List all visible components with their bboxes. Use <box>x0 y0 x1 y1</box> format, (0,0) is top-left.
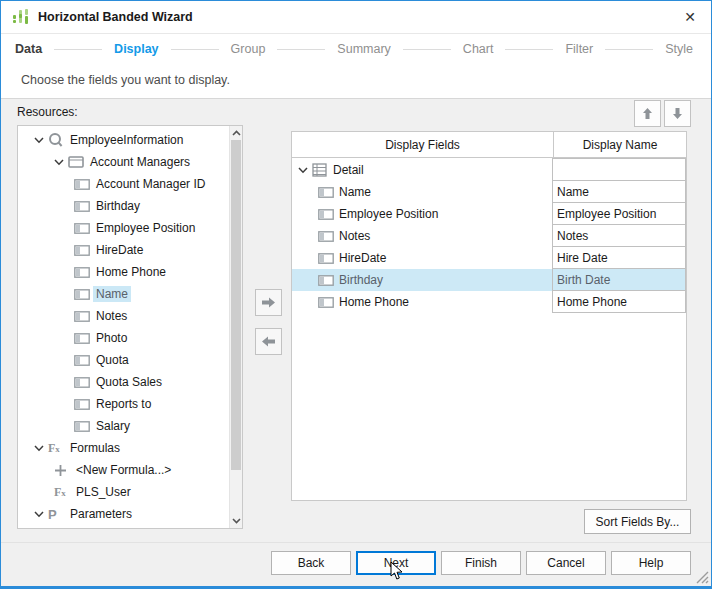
tree-item[interactable]: Birthday <box>18 195 229 217</box>
sort-fields-by-button[interactable]: Sort Fields By... <box>584 509 691 534</box>
tree-item-label: Home Phone <box>93 264 169 280</box>
display-name-cell[interactable] <box>552 158 686 181</box>
table-header: Display Fields Display Name <box>292 132 686 158</box>
tree-item[interactable]: Employee Position <box>18 217 229 239</box>
table-icon <box>68 156 87 168</box>
banded-chart-icon <box>13 9 29 25</box>
tree-item[interactable]: Name <box>18 283 229 305</box>
move-up-button[interactable] <box>634 100 661 127</box>
field-icon <box>74 311 93 322</box>
tree-item[interactable]: FxFormulas <box>18 437 229 459</box>
field-icon <box>318 275 337 286</box>
tree-item[interactable]: Quota Sales <box>18 371 229 393</box>
scrollbar-thumb[interactable] <box>231 140 241 470</box>
step-description: Choose the fields you want to display. <box>21 73 230 87</box>
back-button[interactable]: Back <box>271 551 351 575</box>
tree-item[interactable]: <New Formula...> <box>18 459 229 481</box>
wizard-dialog: Horizontal Banded Wizard ✕ DataDisplayGr… <box>0 0 712 589</box>
detail-band-icon <box>312 163 331 177</box>
field-row[interactable]: HireDateHire Date <box>292 247 686 269</box>
plus-icon <box>54 464 73 477</box>
tree-item[interactable]: Notes <box>18 305 229 327</box>
field-row[interactable]: NameName <box>292 181 686 203</box>
field-icon <box>74 421 93 432</box>
field-label: Notes <box>337 229 370 243</box>
tree-item[interactable]: Salary <box>18 415 229 437</box>
tree-item-label: Quota Sales <box>93 374 165 390</box>
field-row[interactable]: BirthdayBirth Date <box>292 269 686 291</box>
fx-icon: Fx <box>48 441 67 456</box>
tree-item-label: Formulas <box>67 440 123 456</box>
add-field-button[interactable] <box>255 289 282 316</box>
tree-item-label: EmployeeInformation <box>67 132 186 148</box>
chevron-down-icon[interactable] <box>298 166 312 174</box>
tree-item[interactable]: Account Manager ID <box>18 173 229 195</box>
field-row[interactable]: Detail <box>292 159 686 181</box>
next-button[interactable]: Next <box>356 551 436 575</box>
tree-item-label: <New Formula...> <box>73 462 174 478</box>
display-name-cell[interactable]: Hire Date <box>552 246 686 269</box>
tree-item[interactable]: Reports to <box>18 393 229 415</box>
display-name-cell[interactable]: Name <box>552 180 686 203</box>
tree-item[interactable]: PParameters <box>18 503 229 525</box>
step-chart[interactable]: Chart <box>463 42 494 56</box>
step-connector <box>403 49 451 50</box>
tree-item[interactable]: Quota <box>18 349 229 371</box>
step-group[interactable]: Group <box>231 42 266 56</box>
chevron-down-icon[interactable] <box>54 158 68 166</box>
field-icon <box>74 355 93 366</box>
remove-field-button[interactable] <box>255 328 282 355</box>
scroll-down-icon[interactable] <box>230 514 242 528</box>
resources-label: Resources: <box>17 105 78 119</box>
display-name-cell[interactable]: Employee Position <box>552 202 686 225</box>
step-style[interactable]: Style <box>665 42 693 56</box>
tree-item[interactable]: FxPLS_User <box>18 481 229 503</box>
finish-button[interactable]: Finish <box>441 551 521 575</box>
left-arrow-icon <box>261 335 276 348</box>
chevron-down-icon[interactable] <box>34 510 48 518</box>
tree-scrollbar[interactable] <box>229 126 242 528</box>
field-icon <box>74 201 93 212</box>
field-icon <box>74 333 93 344</box>
help-button[interactable]: Help <box>611 551 691 575</box>
field-row[interactable]: NotesNotes <box>292 225 686 247</box>
step-connector <box>605 49 653 50</box>
move-down-button[interactable] <box>664 100 691 127</box>
field-label: Detail <box>331 163 364 177</box>
close-icon[interactable]: ✕ <box>669 1 711 33</box>
field-row[interactable]: Employee PositionEmployee Position <box>292 203 686 225</box>
field-label: Birthday <box>337 273 383 287</box>
fx-icon: Fx <box>54 485 73 500</box>
step-filter[interactable]: Filter <box>565 42 593 56</box>
tree-item[interactable]: Photo <box>18 327 229 349</box>
field-icon <box>318 187 337 198</box>
step-connector <box>54 49 102 50</box>
tree-item-label: Employee Position <box>93 220 198 236</box>
tree-item[interactable]: EmployeeInformation <box>18 129 229 151</box>
resize-grip[interactable] <box>694 569 709 584</box>
cancel-button[interactable]: Cancel <box>526 551 606 575</box>
field-row[interactable]: Home PhoneHome Phone <box>292 291 686 313</box>
chevron-down-icon[interactable] <box>34 136 48 144</box>
tree-item-label: HireDate <box>93 242 146 258</box>
wizard-steps: DataDisplayGroupSummaryChartFilterStyle <box>15 40 693 58</box>
title-bar: Horizontal Banded Wizard ✕ <box>1 1 711 34</box>
tree-item[interactable]: HireDate <box>18 239 229 261</box>
tree-item[interactable]: Account Managers <box>18 151 229 173</box>
tree-item-label: Name <box>93 286 131 302</box>
step-display[interactable]: Display <box>114 42 158 56</box>
query-icon <box>48 132 67 148</box>
scroll-up-icon[interactable] <box>230 126 242 140</box>
display-name-cell[interactable]: Notes <box>552 224 686 247</box>
step-data[interactable]: Data <box>15 42 42 56</box>
tree-item-label: Quota <box>93 352 132 368</box>
up-arrow-icon <box>641 107 654 120</box>
step-connector <box>171 49 219 50</box>
display-name-cell[interactable]: Birth Date <box>552 268 686 291</box>
field-icon <box>318 253 337 264</box>
tree-item[interactable]: Home Phone <box>18 261 229 283</box>
field-icon <box>74 267 93 278</box>
display-name-cell[interactable]: Home Phone <box>552 290 686 313</box>
chevron-down-icon[interactable] <box>34 444 48 452</box>
step-summary[interactable]: Summary <box>337 42 390 56</box>
